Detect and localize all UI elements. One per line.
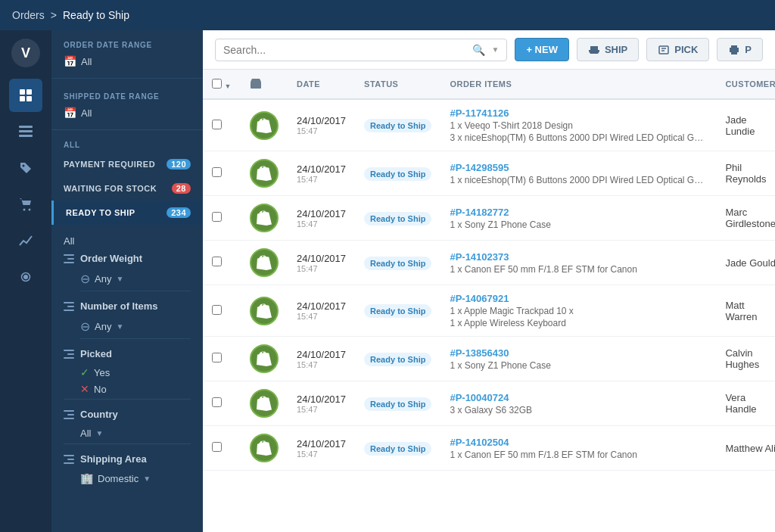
number-of-items-value: Any <box>95 321 111 332</box>
row-order-items-cell: #P-14182772 1 x Sony Z1 Phone Case <box>440 196 716 241</box>
order-id-link[interactable]: #P-13856430 <box>450 347 509 359</box>
row-status-cell: Ready to Ship <box>355 99 440 151</box>
order-time: 15:47 <box>297 126 346 135</box>
new-button-label: + NEW <box>526 44 558 55</box>
status-badge: Ready to Ship <box>364 167 431 181</box>
nav-orders[interactable] <box>9 115 42 148</box>
print-button[interactable]: P <box>717 38 763 61</box>
calendar-icon: 📅 <box>64 55 76 67</box>
ship-button[interactable]: SHIP <box>577 38 639 61</box>
row-checkbox[interactable] <box>212 353 222 362</box>
status-badge: Ready to Ship <box>364 212 431 226</box>
order-id-link[interactable]: #P-11741126 <box>450 107 509 119</box>
select-all-checkbox[interactable] <box>212 79 222 89</box>
row-customer-cell: Marc Girdlestone <box>716 196 775 241</box>
row-checkbox-cell[interactable] <box>203 99 241 151</box>
customer-name: Matt Warren <box>725 300 757 322</box>
row-checkbox[interactable] <box>212 257 222 266</box>
shopify-icon <box>250 297 279 325</box>
order-date: 24/10/2017 <box>297 115 346 126</box>
filter-all[interactable]: All <box>64 232 191 253</box>
order-date-range-value[interactable]: 📅 All <box>51 52 203 75</box>
row-checkbox-cell[interactable] <box>203 241 241 285</box>
row-checkbox-cell[interactable] <box>203 285 241 337</box>
order-time: 15:47 <box>297 219 346 229</box>
ship-button-label: SHIP <box>605 44 627 55</box>
status-badge: Ready to Ship <box>364 119 431 132</box>
number-of-items-dropdown[interactable]: Any ▼ <box>95 321 123 332</box>
row-checkbox[interactable] <box>212 397 222 407</box>
main-layout: V <box>0 30 775 532</box>
order-id-link[interactable]: #P-14102373 <box>450 251 509 263</box>
row-checkbox-cell[interactable] <box>203 337 241 381</box>
row-checkbox-cell[interactable] <box>203 196 241 241</box>
dropdown-arrow-icon: ▼ <box>116 275 123 283</box>
nav-dashboard[interactable] <box>9 79 42 112</box>
breadcrumb-parent[interactable]: Orders <box>12 9 45 21</box>
slider-icon-4 <box>64 410 74 419</box>
search-dropdown-btn[interactable]: ▼ <box>491 45 499 54</box>
nav-analytics[interactable] <box>9 224 42 257</box>
row-customer-cell: Calvin Hughes <box>716 337 775 381</box>
row-order-items-cell: #P-14298595 1 x niceEshop(TM) 6 Buttons … <box>440 151 716 196</box>
dropdown-arrow-icon-5[interactable]: ▼ <box>225 82 232 90</box>
customer-name: Marc Girdlestone <box>725 207 775 229</box>
sidebar-item-ready-to-ship[interactable]: READY TO SHIP 234 <box>51 201 203 225</box>
order-weight-dropdown[interactable]: Any ▼ <box>95 273 123 285</box>
order-date-range-label: ORDER DATE RANGE <box>51 30 203 52</box>
status-badge: Ready to Ship <box>364 353 431 366</box>
nav-tags[interactable] <box>9 151 42 185</box>
pick-button[interactable]: PICK <box>646 38 709 61</box>
row-checkbox[interactable] <box>212 305 222 315</box>
picked-yes[interactable]: ✓ Yes <box>64 364 191 381</box>
row-checkbox[interactable] <box>212 167 222 177</box>
svg-rect-2 <box>20 89 25 95</box>
shipping-area-dropdown[interactable]: Domestic ▼ <box>98 473 151 484</box>
picked-no[interactable]: ✕ No <box>64 381 191 397</box>
row-checkbox[interactable] <box>212 120 222 129</box>
minus-circle-icon: ⊖ <box>80 272 90 286</box>
row-checkbox[interactable] <box>212 212 222 222</box>
checkmark-icon: ✓ <box>80 366 89 378</box>
nav-cart[interactable] <box>9 188 42 221</box>
row-checkbox[interactable] <box>212 442 222 452</box>
shipped-date-range-value[interactable]: 📅 All <box>51 104 203 126</box>
icon-nav: V <box>0 30 51 532</box>
order-id-link[interactable]: #P-14102504 <box>450 437 509 448</box>
table-row: 24/10/2017 15:47 Ready to Ship #P-100407… <box>203 381 775 426</box>
order-id-link[interactable]: #P-14067921 <box>450 293 509 304</box>
slider-icon-5 <box>64 455 74 464</box>
country-dropdown[interactable]: All ▼ <box>80 428 103 439</box>
order-date: 24/10/2017 <box>297 163 346 175</box>
all-section-label: ALL <box>51 133 203 152</box>
customer-name: Phil Reynolds <box>725 162 766 185</box>
country-title: Country <box>80 409 118 420</box>
row-status-cell: Ready to Ship <box>355 151 440 196</box>
shopify-icon <box>250 111 279 140</box>
order-id-link[interactable]: #P-10040724 <box>450 392 509 403</box>
search-box: 🔍 ▼ <box>215 39 507 61</box>
row-icon-cell <box>241 151 288 196</box>
sidebar-item-payment-required[interactable]: PAYMENT REQUIRED 120 <box>51 152 203 176</box>
print-icon <box>728 45 740 55</box>
order-id-link[interactable]: #P-14182772 <box>450 207 509 218</box>
sidebar-item-waiting-for-stock[interactable]: WAITING FOR STOCK 28 <box>51 176 203 201</box>
row-checkbox-cell[interactable] <box>203 426 241 471</box>
new-button[interactable]: + NEW <box>515 38 569 61</box>
row-checkbox-cell[interactable] <box>203 381 241 426</box>
row-checkbox-cell[interactable] <box>203 151 241 196</box>
nav-settings[interactable] <box>9 260 42 294</box>
svg-rect-7 <box>19 130 33 132</box>
status-badge: Ready to Ship <box>364 257 431 270</box>
row-icon-cell <box>241 196 288 241</box>
th-status: STATUS <box>355 70 440 99</box>
order-items-line1: 1 x Sony Z1 Phone Case <box>450 219 707 230</box>
order-id-link[interactable]: #P-14298595 <box>450 162 509 173</box>
search-input[interactable] <box>223 44 466 56</box>
order-time: 15:47 <box>297 360 346 369</box>
ready-to-ship-label: READY TO SHIP <box>66 208 135 217</box>
breadcrumb-separator: > <box>51 9 57 21</box>
order-items-line1: 1 x niceEshop(TM) 6 Buttons 2000 DPI Wir… <box>450 175 707 185</box>
x-icon: ✕ <box>80 383 89 395</box>
row-icon-cell <box>241 381 288 426</box>
